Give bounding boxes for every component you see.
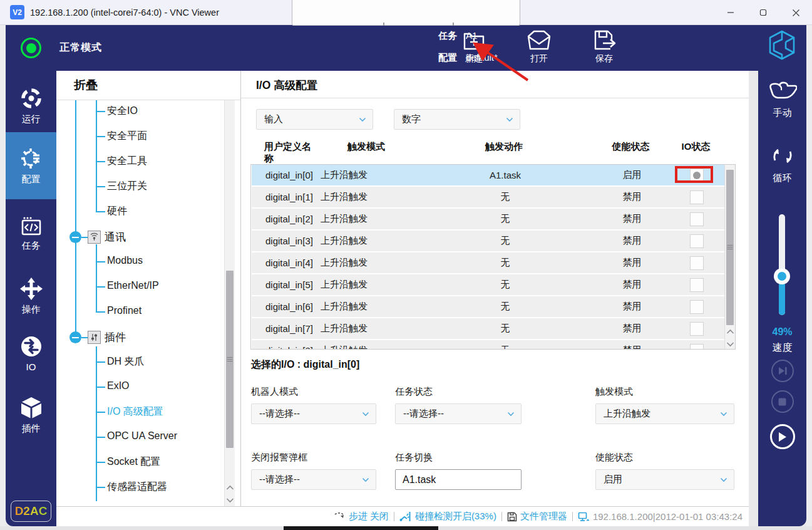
tree-item-ethernet-ip[interactable]: EtherNet/IP xyxy=(107,280,159,291)
toolbar-tick xyxy=(383,23,384,26)
cell-name: digital_in[5] xyxy=(252,279,321,290)
tree-item-safety-tool[interactable]: 安全工具 xyxy=(107,155,147,168)
collision-icon xyxy=(399,511,412,522)
stop-button[interactable] xyxy=(771,390,794,413)
loop-mode-button[interactable]: 循环 xyxy=(758,142,806,184)
tree-connector xyxy=(96,286,105,288)
tree-scroll-down-button[interactable] xyxy=(225,494,235,506)
tree-node-plugin[interactable]: 插件 xyxy=(69,330,126,345)
cell-name: digital_in[1] xyxy=(252,192,321,202)
file-manager-button[interactable]: 文件管理器 xyxy=(507,511,567,522)
table-row[interactable]: digital_in[7] 上升沿触发 无 禁用 xyxy=(252,318,725,339)
io-advanced-config-panel: I/O 高级配置 输入 数字 用户定义名称 触发模式 触发动作 使能状态 IO状… xyxy=(241,71,749,506)
step-mode-text: 步进 关闭 xyxy=(349,511,389,522)
open-button[interactable]: 打开 xyxy=(520,29,558,65)
skip-to-end-button[interactable] xyxy=(771,360,794,382)
col-io-status: IO状态 xyxy=(667,141,725,165)
plugin-node-label: 插件 xyxy=(105,330,126,345)
tree-node-communication[interactable]: 通讯 xyxy=(69,230,126,244)
minimize-icon xyxy=(727,9,734,16)
table-scrollbar[interactable] xyxy=(724,165,735,349)
sidebar-item-run[interactable]: 运行 xyxy=(6,86,56,125)
close-button[interactable] xyxy=(779,0,812,25)
tree-scrollbar-thumb[interactable] xyxy=(226,271,234,448)
cell-trigger-action: 无 xyxy=(414,323,596,335)
tree-connector xyxy=(96,437,105,438)
tree-item-safety-io[interactable]: 安全IO xyxy=(107,105,138,118)
new-label: 新建 xyxy=(465,53,483,65)
tree-scroll-up-button[interactable] xyxy=(225,481,235,494)
io-type-dropdown[interactable]: 数字 xyxy=(394,109,520,130)
separator xyxy=(394,512,394,521)
step-mode-toggle[interactable]: 步进 关闭 xyxy=(334,511,389,522)
new-button[interactable]: 新建 xyxy=(455,29,493,65)
tree-item-sensor-adapter[interactable]: 传感器适配器 xyxy=(107,481,167,494)
tree-connector xyxy=(96,361,105,363)
save-icon xyxy=(592,29,617,51)
io-direction-dropdown[interactable]: 输入 xyxy=(256,109,373,130)
tree-item-io-advanced-config[interactable]: I/O 高级配置 xyxy=(107,405,163,418)
tree-item-three-position-switch[interactable]: 三位开关 xyxy=(107,180,147,193)
page-title: I/O 高级配置 xyxy=(256,78,317,93)
config-label: 配置 xyxy=(22,174,41,185)
table-row[interactable]: digital_in[8] 上升沿触发 无 禁用 xyxy=(252,340,725,350)
skip-icon xyxy=(778,366,788,375)
save-label: 保存 xyxy=(595,53,613,65)
tree-item-exio[interactable]: ExIO xyxy=(107,380,130,392)
tree-item-hardware[interactable]: 硬件 xyxy=(107,205,127,218)
d2ac-button[interactable]: D2AC xyxy=(11,501,51,522)
tree-connector xyxy=(96,111,105,112)
table-row[interactable]: digital_in[0] 上升沿触发 A1.task 启用 xyxy=(252,165,725,185)
robot-mode-dropdown[interactable]: --请选择-- xyxy=(251,403,376,424)
collision-detection-toggle[interactable]: 碰撞检测开启(33%) xyxy=(399,511,496,522)
minimize-button[interactable] xyxy=(714,0,747,25)
table-scroll-down-button[interactable] xyxy=(725,338,736,350)
table-scrollbar-thumb[interactable] xyxy=(726,170,734,325)
table-row[interactable]: digital_in[5] 上升沿触发 无 禁用 xyxy=(252,274,725,295)
save-button[interactable]: 保存 xyxy=(585,29,624,65)
trigger-mode-dropdown[interactable]: 上升沿触发 xyxy=(595,403,734,424)
sidebar-item-config[interactable]: 配置 xyxy=(6,132,56,199)
collapse-minus-icon[interactable] xyxy=(69,231,81,243)
task-switch-input[interactable] xyxy=(395,469,522,490)
table-row[interactable]: digital_in[1] 上升沿触发 无 禁用 xyxy=(252,187,725,207)
enable-status-label: 使能状态 xyxy=(595,452,734,464)
tree-header[interactable]: 折叠 xyxy=(56,71,240,100)
antenna-icon xyxy=(88,231,101,244)
table-row[interactable]: digital_in[6] 上升沿触发 无 禁用 xyxy=(252,296,725,317)
cell-trigger-action: 无 xyxy=(414,213,596,225)
vnc-collapsed-toolbar[interactable] xyxy=(292,0,520,26)
speed-slider-knob[interactable] xyxy=(774,268,790,284)
cell-name: digital_in[2] xyxy=(252,214,321,224)
table-scroll-up-button[interactable] xyxy=(725,325,736,338)
collapse-minus-icon[interactable] xyxy=(69,331,81,343)
enable-status-dropdown[interactable]: 启用 xyxy=(595,469,734,490)
cell-enable-status: 禁用 xyxy=(596,235,668,247)
tree-item-socket-config[interactable]: Socket 配置 xyxy=(107,455,160,469)
table-row[interactable]: digital_in[2] 上升沿触发 无 禁用 xyxy=(252,209,725,229)
tree-connector xyxy=(96,387,105,388)
task-status-dropdown[interactable]: --请选择-- xyxy=(395,403,522,424)
move-arrows-icon xyxy=(19,276,44,301)
tree-item-modbus[interactable]: Modbus xyxy=(107,255,143,266)
maximize-button[interactable] xyxy=(747,0,779,25)
play-button[interactable] xyxy=(770,424,795,449)
tree-item-dh-gripper[interactable]: DH 夹爪 xyxy=(107,355,145,368)
sidebar-item-io[interactable]: IO xyxy=(6,334,56,372)
maximize-icon xyxy=(759,9,767,16)
manual-mode-button[interactable]: 手动 xyxy=(758,80,806,119)
tree-item-safety-plane[interactable]: 安全平面 xyxy=(107,130,147,143)
table-row[interactable]: digital_in[3] 上升沿触发 无 禁用 xyxy=(252,231,725,251)
sidebar-item-plugin[interactable]: 插件 xyxy=(6,395,56,435)
cell-name: digital_in[3] xyxy=(252,236,321,246)
tree-item-opc-ua-server[interactable]: OPC UA Server xyxy=(107,430,177,442)
table-row[interactable]: digital_in[4] 上升沿触发 无 禁用 xyxy=(252,252,725,273)
speed-slider[interactable] xyxy=(779,214,785,315)
tree-item-profinet[interactable]: Profinet xyxy=(107,305,141,316)
tree-scrollbar[interactable] xyxy=(224,100,235,506)
speed-percentage: 49% xyxy=(758,326,806,338)
sidebar-item-operate[interactable]: 操作 xyxy=(6,276,56,316)
background-window-sliver xyxy=(284,526,438,530)
sidebar-item-task[interactable]: 任务 xyxy=(6,214,56,252)
close-alarm-dropdown[interactable]: --请选择-- xyxy=(251,469,376,490)
